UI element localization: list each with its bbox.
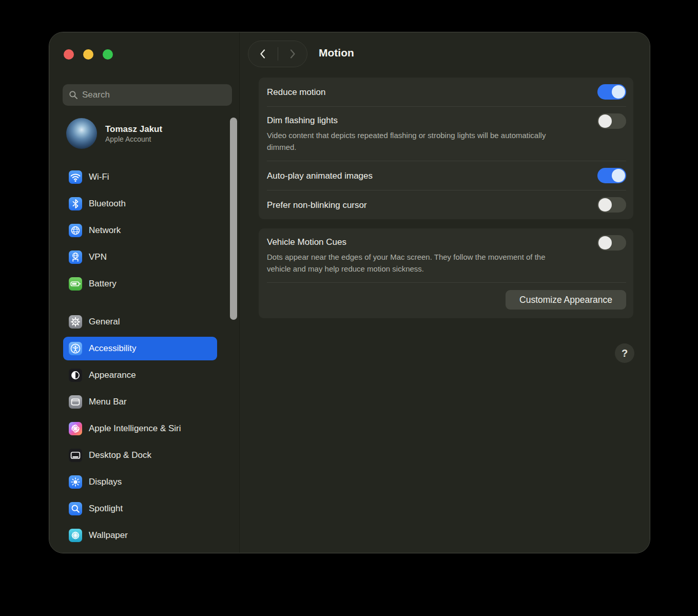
page-title: Motion bbox=[319, 47, 354, 59]
appearance-icon bbox=[69, 369, 82, 382]
button-row: Customize Appearance bbox=[259, 283, 633, 318]
search-placeholder: Search bbox=[82, 90, 110, 100]
close-window-button[interactable] bbox=[64, 49, 74, 60]
desktop-dock-icon bbox=[69, 449, 82, 462]
sidebar-item-label: Network bbox=[89, 225, 121, 236]
search-input[interactable]: Search bbox=[63, 84, 232, 106]
sidebar-item-label: VPN bbox=[89, 252, 107, 262]
bluetooth-icon bbox=[69, 197, 82, 210]
autoplay-animated-images-toggle[interactable] bbox=[597, 168, 626, 183]
system-settings-window: Search Tomasz Jakut Apple Account bbox=[49, 32, 650, 553]
sidebar-item-bluetooth[interactable]: Bluetooth bbox=[63, 192, 217, 216]
wifi-icon bbox=[69, 170, 82, 184]
sidebar-item-battery[interactable]: Battery bbox=[63, 272, 217, 296]
magnifier-icon bbox=[69, 502, 82, 515]
siri-icon bbox=[69, 422, 82, 435]
sidebar-nav: Wi-Fi Bluetooth bbox=[63, 165, 217, 550]
setting-row-vehicle-motion-cues: Vehicle Motion Cues Dots appear near the… bbox=[259, 228, 633, 282]
sidebar-scrollbar[interactable] bbox=[230, 118, 237, 320]
sidebar-item-label: Wi-Fi bbox=[89, 172, 109, 182]
globe-icon bbox=[69, 224, 82, 237]
sidebar-item-menu-bar[interactable]: Menu Bar bbox=[63, 390, 217, 414]
toggle-knob bbox=[598, 198, 612, 211]
back-button[interactable] bbox=[248, 41, 278, 67]
main-pane: Motion Reduce motion Dim flashing lights… bbox=[240, 32, 650, 553]
setting-row-autoplay-animated-images: Auto-play animated images bbox=[259, 161, 633, 190]
setting-label: Dim flashing lights bbox=[267, 113, 575, 127]
sidebar-group-gap bbox=[63, 299, 217, 310]
sidebar-item-wifi[interactable]: Wi-Fi bbox=[63, 165, 217, 189]
search-icon bbox=[69, 90, 78, 100]
sidebar-item-label: Wallpaper bbox=[89, 530, 128, 541]
sidebar-item-apple-intelligence-siri[interactable]: Apple Intelligence & Siri bbox=[63, 417, 217, 440]
sidebar-item-label: Battery bbox=[89, 279, 117, 289]
toggle-knob bbox=[598, 236, 612, 249]
vpn-icon bbox=[69, 251, 82, 264]
sidebar-item-network[interactable]: Network bbox=[63, 219, 217, 242]
account-subtitle: Apple Account bbox=[105, 135, 162, 143]
gear-icon bbox=[69, 315, 82, 329]
sidebar-item-wallpaper[interactable]: Wallpaper bbox=[63, 524, 217, 547]
sidebar-item-vpn[interactable]: VPN bbox=[63, 245, 217, 269]
help-button[interactable]: ? bbox=[615, 343, 634, 363]
window-controls bbox=[64, 49, 113, 60]
sidebar-item-general[interactable]: General bbox=[63, 310, 217, 334]
minimize-window-button[interactable] bbox=[83, 49, 93, 60]
sidebar-item-label: Displays bbox=[89, 477, 122, 487]
vehicle-motion-cues-toggle[interactable] bbox=[597, 235, 626, 251]
sidebar-item-label: Spotlight bbox=[89, 504, 123, 514]
sidebar-item-appearance[interactable]: Appearance bbox=[63, 363, 217, 387]
motion-settings-group: Reduce motion Dim flashing lights Video … bbox=[259, 78, 633, 219]
sidebar: Search Tomasz Jakut Apple Account bbox=[49, 32, 240, 553]
sidebar-item-label: Apple Intelligence & Siri bbox=[89, 424, 181, 434]
sidebar-item-displays[interactable]: Displays bbox=[63, 470, 217, 494]
sidebar-item-spotlight[interactable]: Spotlight bbox=[63, 497, 217, 521]
sidebar-item-label: Accessibility bbox=[89, 343, 137, 354]
sun-icon bbox=[69, 475, 82, 489]
chevron-right-icon bbox=[289, 48, 296, 60]
setting-description: Video content that depicts repeated flas… bbox=[267, 129, 575, 153]
flower-icon bbox=[69, 529, 82, 542]
sidebar-item-label: Bluetooth bbox=[89, 199, 126, 209]
toggle-knob bbox=[598, 114, 612, 128]
account-name: Tomasz Jakut bbox=[105, 124, 162, 136]
chevron-left-icon bbox=[259, 48, 266, 60]
setting-label: Vehicle Motion Cues bbox=[267, 235, 559, 249]
vehicle-motion-cues-group: Vehicle Motion Cues Dots appear near the… bbox=[259, 228, 633, 318]
prefer-non-blinking-cursor-toggle[interactable] bbox=[597, 197, 626, 213]
setting-description: Dots appear near the edges of your Mac s… bbox=[267, 251, 559, 275]
sidebar-item-desktop-dock[interactable]: Desktop & Dock bbox=[63, 444, 217, 467]
accessibility-icon bbox=[69, 342, 82, 355]
apple-account-row[interactable]: Tomasz Jakut Apple Account bbox=[66, 118, 162, 149]
settings-content: Reduce motion Dim flashing lights Video … bbox=[259, 78, 633, 328]
sidebar-item-label: Desktop & Dock bbox=[89, 450, 151, 460]
toggle-knob bbox=[612, 169, 625, 182]
sidebar-item-label: General bbox=[89, 317, 120, 327]
setting-row-dim-flashing-lights: Dim flashing lights Video content that d… bbox=[259, 107, 633, 161]
setting-row-reduce-motion: Reduce motion bbox=[259, 78, 633, 106]
battery-icon bbox=[69, 277, 82, 291]
forward-button[interactable] bbox=[278, 41, 307, 67]
history-nav bbox=[248, 41, 307, 67]
sidebar-item-accessibility[interactable]: Accessibility bbox=[63, 337, 217, 360]
menu-bar-icon bbox=[69, 395, 82, 409]
sidebar-item-label: Appearance bbox=[89, 370, 136, 380]
avatar bbox=[66, 118, 97, 149]
setting-row-prefer-non-blinking-cursor: Prefer non-blinking cursor bbox=[259, 190, 633, 219]
zoom-window-button[interactable] bbox=[103, 49, 113, 60]
setting-label: Reduce motion bbox=[267, 85, 325, 99]
setting-label: Prefer non-blinking cursor bbox=[267, 198, 367, 212]
dim-flashing-lights-toggle[interactable] bbox=[597, 113, 626, 129]
customize-appearance-button[interactable]: Customize Appearance bbox=[506, 290, 626, 310]
toggle-knob bbox=[612, 85, 625, 99]
reduce-motion-toggle[interactable] bbox=[597, 84, 626, 100]
setting-label: Auto-play animated images bbox=[267, 169, 373, 183]
sidebar-item-label: Menu Bar bbox=[89, 397, 127, 407]
